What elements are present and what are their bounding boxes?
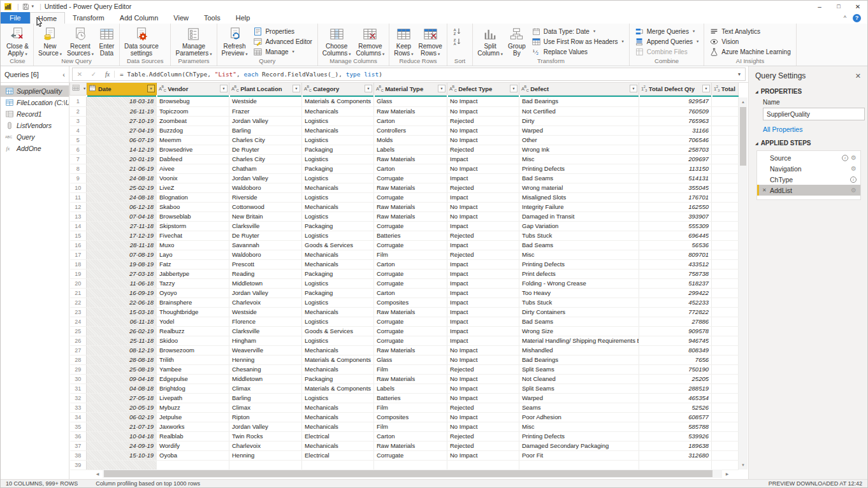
cell[interactable] — [712, 126, 739, 135]
cell[interactable]: Impact — [447, 298, 519, 307]
column-header-defect-type[interactable]: ABCDefect Type▼ — [447, 83, 519, 95]
cell[interactable]: No Impact — [447, 374, 519, 384]
cell[interactable]: Browsedrive — [157, 145, 229, 154]
cell[interactable]: No Impact — [447, 422, 519, 431]
ribbon-button-sort-za-icon[interactable]: ZA — [449, 36, 465, 47]
cell[interactable]: Chatham — [229, 164, 302, 173]
cell[interactable]: 555309 — [639, 221, 712, 231]
ribbon-button-remove-rows[interactable]: RemoveRows▾ — [416, 24, 445, 57]
ribbon-button-choose-columns[interactable]: ChooseColumns▾ — [320, 24, 354, 57]
cell[interactable]: Fatz — [157, 259, 229, 269]
cell[interactable]: Goods & Services — [302, 326, 374, 336]
row-number[interactable]: 36 — [70, 431, 87, 441]
cell[interactable]: Corrugate — [374, 278, 447, 288]
cell[interactable]: Dirty — [519, 116, 639, 126]
cell[interactable]: Chesaning — [229, 364, 302, 374]
cell[interactable]: Impact — [447, 221, 519, 231]
row-number[interactable]: 19 — [70, 269, 87, 278]
row-number[interactable]: 23 — [70, 307, 87, 317]
cell[interactable]: Impact — [447, 259, 519, 269]
cell[interactable]: Yodel — [157, 317, 229, 326]
cell[interactable]: 09-04-18 — [87, 374, 157, 384]
cell[interactable]: No Impact — [447, 97, 519, 106]
cell[interactable]: 288519 — [639, 384, 712, 393]
cell[interactable]: Impact — [447, 317, 519, 326]
step-info-icon[interactable]: i — [842, 155, 848, 161]
cell[interactable]: 06-02-19 — [87, 412, 157, 422]
menu-item-add-column[interactable]: Add Column — [112, 12, 166, 24]
close-button[interactable]: ✕ — [848, 1, 867, 12]
cell[interactable]: Weaverville — [229, 345, 302, 355]
cell[interactable]: No Impact — [447, 384, 519, 393]
cell[interactable]: Too Heavy — [519, 288, 639, 298]
cell[interactable]: Dabfeed — [157, 154, 229, 164]
row-number[interactable]: 37 — [70, 441, 87, 450]
ribbon-button-manage-parameters[interactable]: ManageParameters▾ — [173, 24, 214, 57]
cell[interactable]: Logistics — [302, 278, 374, 288]
cell[interactable]: Charles City — [229, 154, 302, 164]
cell[interactable]: Raw Materials — [374, 212, 447, 221]
cell[interactable]: Bad Seams — [519, 173, 639, 183]
help-icon[interactable]: ? — [853, 14, 861, 22]
cell[interactable]: Reading — [229, 269, 302, 278]
cell[interactable]: No Impact — [447, 106, 519, 116]
filter-button-vendor[interactable]: ▼ — [220, 85, 228, 92]
cell[interactable]: 465354 — [639, 393, 712, 403]
cell[interactable]: Layo — [157, 250, 229, 259]
ribbon-button-group-by[interactable]: GroupBy — [505, 24, 528, 57]
cell[interactable]: Trilith — [157, 355, 229, 364]
cell[interactable] — [712, 278, 739, 288]
cell[interactable] — [712, 106, 739, 116]
step-info-icon[interactable]: i — [850, 176, 857, 183]
cell[interactable]: Jabbertype — [157, 269, 229, 278]
ribbon-button-manage[interactable]: Manage▾ — [250, 47, 315, 57]
cell[interactable]: Impact — [447, 336, 519, 345]
cell[interactable]: Impact — [447, 269, 519, 278]
cell[interactable]: Corrugate — [374, 336, 447, 345]
cell[interactable]: Carton — [374, 288, 447, 298]
cell[interactable]: Corrugate — [374, 173, 447, 183]
row-number[interactable]: 33 — [70, 403, 87, 412]
ribbon-button-sort-az-icon[interactable]: AZ — [449, 26, 465, 36]
filter-button-total-defect-qty[interactable]: ▼ — [702, 85, 710, 92]
cell[interactable]: Riverside — [229, 192, 302, 202]
cell[interactable]: Film — [374, 422, 447, 431]
cell[interactable] — [712, 403, 739, 412]
ribbon-button-new-source[interactable]: NewSource▾ — [36, 24, 64, 57]
cell[interactable]: Electrical — [302, 450, 374, 460]
cell[interactable]: Realbuzz — [157, 326, 229, 336]
cell[interactable]: Printing Defects — [519, 259, 639, 269]
cell[interactable]: Oyoyo — [157, 288, 229, 298]
cell[interactable] — [712, 326, 739, 336]
cell[interactable] — [712, 431, 739, 441]
cell[interactable]: 16-09-19 — [87, 288, 157, 298]
menu-item-transform[interactable]: Transform — [65, 12, 112, 24]
cell[interactable]: Carton — [374, 259, 447, 269]
query-item-supplierquality[interactable]: SupplierQuality — [1, 85, 69, 97]
ribbon-button-append-queries[interactable]: Append Queries▾ — [632, 36, 702, 47]
cell[interactable]: Westside — [229, 97, 302, 106]
formula-cancel-icon[interactable]: ✕ — [73, 71, 87, 78]
ribbon-button-split-column[interactable]: SplitColumn▾ — [475, 24, 505, 57]
ribbon-button-refresh-preview[interactable]: RefreshPreview▾ — [219, 24, 250, 57]
query-item-addone[interactable]: fxAddOne — [1, 143, 69, 154]
cell[interactable] — [712, 307, 739, 317]
cell[interactable]: Blognation — [157, 192, 229, 202]
column-header-date[interactable]: Date▼ — [87, 83, 157, 95]
cell[interactable]: Batteries — [374, 393, 447, 403]
filter-button-date[interactable]: ▼ — [147, 85, 155, 92]
cell[interactable]: Edgepulse — [157, 374, 229, 384]
cell[interactable]: Tubs Stuck — [519, 298, 639, 307]
cell[interactable] — [229, 460, 302, 470]
ribbon-button-properties[interactable]: Properties — [250, 26, 315, 36]
row-number[interactable]: 30 — [70, 374, 87, 384]
cell[interactable]: Mechanicals — [302, 183, 374, 192]
cell[interactable]: Impact — [447, 326, 519, 336]
row-number[interactable]: 9 — [70, 173, 87, 183]
cell[interactable]: Corrugate — [374, 240, 447, 250]
cell[interactable]: Impact — [447, 173, 519, 183]
row-number[interactable]: 5 — [70, 135, 87, 145]
cell[interactable] — [712, 460, 739, 470]
cell[interactable]: Middletown — [229, 374, 302, 384]
cell[interactable]: 20-01-19 — [87, 154, 157, 164]
